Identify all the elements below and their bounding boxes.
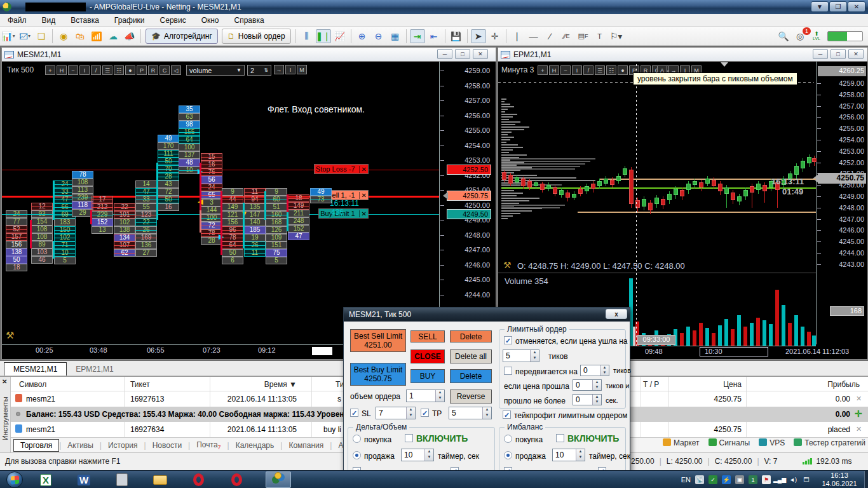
market-icon[interactable]: 🛍	[72, 29, 88, 43]
left-chart-tool2-I[interactable]: I	[285, 65, 295, 74]
order-close-icon[interactable]: ✕	[359, 166, 367, 173]
passed-ticks-stepper[interactable]: 0▲▼	[573, 379, 602, 391]
header-time[interactable]: Время ▼	[246, 380, 297, 389]
move-ticks-stepper[interactable]: 0▲▼	[580, 365, 609, 376]
cancel-ticks-stepper[interactable]: 5▲▼	[503, 349, 539, 362]
new-order-button[interactable]: 🗋 Новый ордер	[222, 29, 291, 44]
right-chart-tool-I[interactable]: I	[572, 65, 582, 75]
right-chart-tool-/[interactable]: /	[583, 65, 593, 75]
tp-checkbox[interactable]: ✓	[421, 409, 429, 417]
lvl-icon[interactable]: ⬆LVL	[809, 29, 824, 43]
auto-scroll-icon[interactable]: ⇥	[410, 29, 425, 43]
broadcast-icon[interactable]: 📣	[122, 29, 137, 43]
left-chart-tool-●[interactable]: ●	[125, 65, 135, 75]
move-checkbox[interactable]	[504, 367, 512, 375]
left-chart-tool2-→[interactable]: →	[274, 65, 284, 74]
cancel-if-price-checkbox[interactable]: ✓	[504, 336, 512, 344]
delete-buy-button[interactable]: Delete	[450, 369, 492, 383]
delete-all-button[interactable]: Delete all	[450, 349, 492, 363]
history-center-icon[interactable]: ◉	[56, 29, 71, 43]
tray-chart-icon[interactable]: 1	[749, 475, 757, 484]
tray-volume-icon[interactable]: ◄)	[789, 475, 797, 484]
chart-shift-icon[interactable]: ⇤	[426, 29, 442, 43]
zoom-out-icon[interactable]: ⊖	[371, 29, 386, 43]
service-tab-Тестер стратегий[interactable]: Тестер стратегий	[794, 438, 865, 447]
language-indicator[interactable]: EN	[681, 476, 691, 484]
service-tab-Маркет[interactable]: Маркет	[663, 438, 700, 447]
algotrading-button[interactable]: 🎓 Алготрейдинг	[146, 29, 218, 44]
tray-shield-icon[interactable]: ✓	[709, 475, 717, 484]
period-spinbox[interactable]: 2⇅	[247, 65, 271, 76]
horizontal-line-icon[interactable]: —	[526, 29, 541, 43]
sell-button[interactable]: SELL	[410, 330, 445, 342]
menu-item-Справка[interactable]: Справка	[227, 15, 272, 26]
imb-timer-stepper[interactable]: 10▲▼	[552, 449, 585, 461]
left-chart-tool-+[interactable]: +	[45, 65, 55, 75]
taskbar-mt5-icon[interactable]	[266, 471, 291, 488]
copy-window-icon[interactable]: ❏	[34, 29, 49, 43]
tray-action-center-icon[interactable]: 🗔	[802, 475, 811, 484]
chart-tools-icon[interactable]: ⚒	[6, 330, 14, 341]
order-volume-stepper[interactable]: 1▲▼	[406, 390, 445, 402]
left-chart-tool-☰[interactable]: ☰	[102, 65, 112, 75]
best-sell-limit-button[interactable]: Best Sell Limit4251.00	[350, 329, 406, 352]
candles-chart-icon[interactable]: ❚❘	[316, 29, 331, 43]
trendline-icon[interactable]: ∕	[543, 29, 558, 43]
tray-lightning-icon[interactable]: ⚡	[722, 475, 731, 484]
left-chart-tool-I[interactable]: I	[79, 65, 90, 75]
delta-buy-radio[interactable]	[353, 435, 361, 443]
left-chart-tool-☷[interactable]: ☷	[114, 65, 124, 75]
zoom-in-icon[interactable]: ⊕	[355, 29, 370, 43]
reverse-button[interactable]: Reverse	[450, 390, 492, 403]
toolbox-close-icon[interactable]: ✕	[2, 378, 7, 385]
taskbar-opera-icon[interactable]	[186, 471, 211, 488]
text-tool-icon[interactable]: T	[592, 29, 607, 43]
toolbox-tab-Новости[interactable]: Новости	[146, 440, 188, 451]
left-chart-tool-C[interactable]: C	[159, 65, 170, 75]
best-buy-limit-button[interactable]: Best Buy Limit4250.75	[350, 363, 406, 386]
tray-flag-icon[interactable]: ⚑	[762, 475, 771, 484]
right-chart-tool-●[interactable]: ●	[618, 65, 628, 75]
volume-mode-dropdown[interactable]: volume▼	[186, 65, 245, 76]
add-row-icon[interactable]: ✛	[855, 409, 862, 419]
imb-enable-checkbox[interactable]	[556, 434, 564, 442]
menu-item-Файл[interactable]: Файл	[0, 15, 34, 26]
buy-button[interactable]: BUY	[410, 369, 445, 383]
minimize-button[interactable]: ▼	[811, 1, 829, 12]
right-chart-tool-☰[interactable]: ☰	[595, 65, 605, 75]
right-chart-tool-☷[interactable]: ☷	[606, 65, 616, 75]
toolbox-tab-Компания[interactable]: Компания	[282, 440, 330, 451]
dialog-titlebar[interactable]: MESM21, Тик 500	[344, 308, 630, 322]
vps-icon[interactable]: ☁	[105, 29, 121, 43]
left-chart-tool-P[interactable]: P	[137, 65, 147, 75]
chart-profiles-icon[interactable]: 🗠▾	[17, 29, 32, 43]
taskbar-explorer-icon[interactable]	[147, 471, 173, 488]
dialog-close-button[interactable]: x	[606, 309, 627, 319]
menu-item-Вставка[interactable]: Вставка	[63, 15, 107, 26]
right-chart-tool-H[interactable]: H	[549, 65, 559, 75]
notifications-icon[interactable]: ◎ 1	[792, 29, 808, 43]
cursor-icon[interactable]: ➤	[471, 29, 486, 43]
left-chart-tool-/[interactable]: /	[91, 65, 101, 75]
new-chart-icon[interactable]: 📊▾	[1, 29, 16, 43]
delta-enable-checkbox[interactable]	[405, 434, 413, 442]
start-button[interactable]	[6, 471, 23, 488]
taskbar-word-icon[interactable]: W	[71, 471, 97, 488]
service-tab-VPS[interactable]: VPS	[759, 438, 785, 447]
right-chart-tool-+[interactable]: +	[538, 65, 548, 75]
left-chart-tool-◁[interactable]: ◁	[171, 65, 181, 75]
tray-network-icon[interactable]: ▂▄▆	[775, 475, 784, 484]
search-icon[interactable]: 🔍	[776, 29, 791, 43]
imb-sell-radio[interactable]	[504, 451, 512, 459]
order-close-icon[interactable]: ✕	[359, 192, 367, 199]
sl-checkbox[interactable]: ✓	[350, 409, 358, 417]
menu-item-Окно[interactable]: Окно	[194, 15, 227, 26]
row-close-icon[interactable]: ✕	[856, 425, 862, 433]
crosshair-icon[interactable]: ✛	[487, 29, 503, 43]
delta-sell-radio[interactable]	[353, 451, 361, 459]
left-chart-tool-R[interactable]: R	[148, 65, 158, 75]
menu-item-Сервис[interactable]: Сервис	[153, 15, 194, 26]
fibonacci-icon[interactable]: ▤F	[576, 29, 591, 43]
service-tab-Сигналы[interactable]: Сигналы	[709, 438, 750, 447]
ohlc-tools-icon[interactable]: ⚒	[503, 260, 512, 270]
